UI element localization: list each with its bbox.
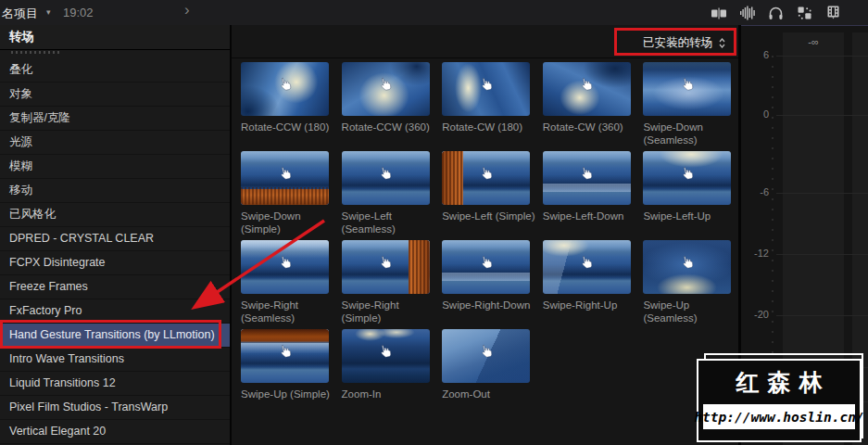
transition-cell[interactable]: Rotate-CCW (180): [241, 62, 342, 151]
transition-name: Swipe-Down (Seamless): [643, 121, 738, 146]
transition-thumbnail[interactable]: [643, 240, 731, 294]
minor-ticks: [772, 56, 774, 402]
meter-scale-label: 0: [743, 108, 769, 120]
forward-chevron-icon[interactable]: ›: [184, 1, 190, 19]
dropdown-label: 已安装的转场: [643, 35, 712, 51]
category-list: 叠化对象复制器/克隆光源模糊移动已风格化DPRED - CRYSTAL CLEA…: [0, 58, 230, 444]
sidebar-item[interactable]: Liquid Transitions 12: [0, 372, 230, 396]
sidebar-item[interactable]: Hand Gesture Transitions (by LLmotion): [0, 324, 230, 348]
sidebar-item[interactable]: Pixel Film Studios - TransWarp: [0, 396, 230, 420]
transition-name: Zoom-In: [342, 388, 437, 400]
transition-cell[interactable]: Rotate-CW (180): [442, 62, 543, 151]
transition-thumbnail[interactable]: [241, 240, 329, 294]
transition-cell[interactable]: Swipe-Down (Seamless): [643, 62, 738, 151]
transition-name: Rotate-CCW (360): [342, 121, 437, 134]
transitions-sidebar: 转场 叠化对象复制器/克隆光源模糊移动已风格化DPRED - CRYSTAL C…: [0, 25, 232, 445]
transition-thumbnail[interactable]: [342, 151, 430, 205]
transition-thumbnail[interactable]: [543, 240, 631, 294]
hand-cursor-icon: [277, 165, 292, 182]
audio-waveform-icon[interactable]: [738, 4, 756, 21]
transition-thumbnail[interactable]: [241, 151, 329, 205]
transition-cell[interactable]: Swipe-Right (Simple): [342, 240, 443, 329]
installed-transitions-dropdown[interactable]: 已安装的转场: [643, 35, 725, 51]
chevron-down-icon[interactable]: ▾: [46, 7, 51, 17]
browser-toggle-icons: [710, 3, 842, 22]
sidebar-item[interactable]: DPRED - CRYSTAL CLEAR: [0, 227, 230, 251]
transition-cell[interactable]: Zoom-Out: [442, 329, 543, 418]
sidebar-item[interactable]: Freeze Frames: [0, 275, 230, 299]
transition-cell[interactable]: Swipe-Right (Seamless): [241, 240, 342, 329]
sidebar-item[interactable]: FCPX Disintegrate: [0, 251, 230, 275]
transition-cell[interactable]: Swipe-Right-Down: [442, 240, 543, 329]
transition-thumbnail[interactable]: [442, 329, 530, 383]
transition-name: Swipe-Up (Seamless): [643, 299, 738, 324]
transition-cell[interactable]: Swipe-Left (Simple): [442, 151, 543, 240]
sidebar-item[interactable]: 光源: [0, 131, 230, 155]
effects-icon[interactable]: [796, 4, 813, 21]
meter-scale-label: -20: [743, 309, 769, 320]
transition-name: Swipe-Right (Simple): [342, 299, 437, 324]
transition-name: Swipe-Left-Down: [543, 210, 638, 222]
meter-scale-label: -6: [743, 186, 769, 197]
sidebar-item[interactable]: Intro Wave Transitions: [0, 348, 230, 372]
sidebar-item[interactable]: 移动: [0, 179, 230, 203]
meter-gridline: [776, 193, 868, 194]
transition-cell[interactable]: Swipe-Up (Seamless): [643, 240, 738, 329]
transition-name: Swipe-Up (Simple): [241, 388, 336, 400]
transition-cell[interactable]: Swipe-Left-Down: [543, 151, 644, 240]
transition-thumbnail[interactable]: [342, 240, 430, 294]
toolbar: 名项目 ▾ 19:02 ›: [0, 0, 868, 26]
meter-scale-label: 6: [743, 49, 769, 60]
hand-cursor-icon: [277, 343, 292, 360]
clipped-list-item: [0, 50, 230, 58]
transition-thumbnail[interactable]: [442, 151, 530, 205]
transition-cell[interactable]: Zoom-In: [342, 329, 443, 418]
hand-cursor-icon: [277, 76, 292, 93]
transition-thumbnail[interactable]: [241, 329, 329, 383]
hand-cursor-icon: [579, 165, 594, 182]
transition-cell[interactable]: Swipe-Down (Simple): [241, 151, 342, 240]
clip-handles-icon[interactable]: [710, 4, 727, 21]
transition-thumbnail[interactable]: [342, 62, 430, 116]
updown-chevron-icon: [719, 38, 725, 48]
sidebar-item[interactable]: 已风格化: [0, 203, 230, 227]
meter-gridline: [776, 56, 868, 57]
transition-name: Rotate-CCW (180): [241, 121, 336, 134]
transition-name: Swipe-Left (Seamless): [342, 210, 437, 235]
transition-cell[interactable]: Swipe-Right-Up: [543, 240, 644, 329]
hand-cursor-icon: [479, 343, 494, 360]
transition-thumbnail[interactable]: [543, 62, 631, 116]
transition-name: Zoom-Out: [442, 388, 537, 400]
transition-cell[interactable]: Rotate-CCW (360): [342, 62, 443, 151]
sidebar-item[interactable]: 对象: [0, 83, 230, 107]
watermark: 红森林 http://www.hoslin.cn/: [697, 359, 862, 442]
media-filmstrip-icon[interactable]: [824, 4, 842, 21]
transition-thumbnail[interactable]: [643, 151, 731, 205]
transition-thumbnail[interactable]: [543, 151, 631, 205]
transition-cell[interactable]: Swipe-Left (Seamless): [342, 151, 443, 240]
sidebar-item[interactable]: 复制器/克隆: [0, 107, 230, 131]
hand-cursor-icon: [378, 76, 393, 93]
transition-thumbnail[interactable]: [241, 62, 329, 116]
watermark-title: 红森林: [698, 367, 860, 398]
transition-name: Swipe-Left-Up: [643, 210, 738, 222]
hand-cursor-icon: [378, 254, 393, 271]
transition-thumbnail[interactable]: [643, 62, 731, 116]
transition-thumbnail[interactable]: [442, 62, 530, 116]
hand-cursor-icon: [579, 76, 594, 93]
sidebar-item[interactable]: 模糊: [0, 155, 230, 179]
sidebar-item[interactable]: FxFactory Pro: [0, 299, 230, 324]
headphones-icon[interactable]: [767, 4, 785, 21]
hand-cursor-icon: [680, 254, 695, 271]
sidebar-item[interactable]: 叠化: [0, 58, 230, 83]
meter-gridline: [776, 115, 868, 116]
transition-thumbnail[interactable]: [442, 240, 530, 294]
project-title[interactable]: 名项目: [2, 6, 38, 22]
timecode: 19:02: [63, 6, 94, 19]
transition-cell[interactable]: Swipe-Left-Up: [643, 151, 738, 240]
transition-thumbnail[interactable]: [342, 329, 430, 383]
transition-cell[interactable]: Swipe-Up (Simple): [241, 329, 342, 418]
hand-cursor-icon: [479, 165, 494, 182]
sidebar-item[interactable]: Vertical Elegant 20: [0, 420, 230, 444]
transition-cell[interactable]: Rotate-CW (360): [543, 62, 644, 151]
